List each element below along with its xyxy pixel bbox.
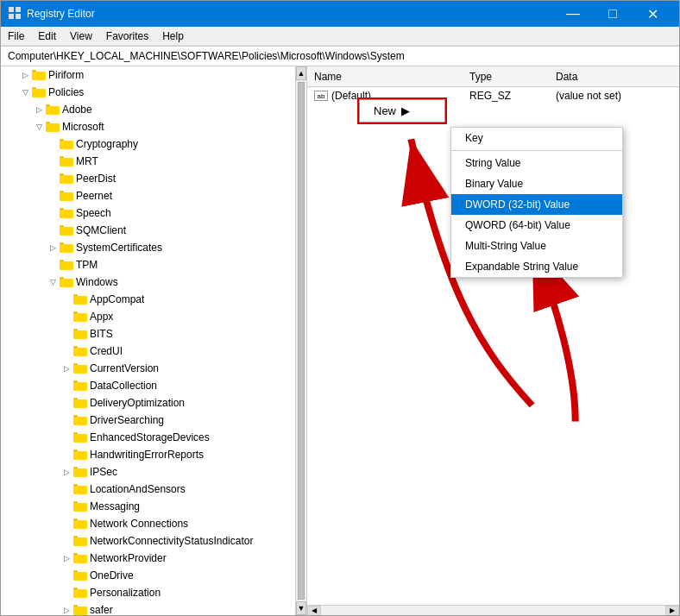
svg-rect-17 [60, 175, 73, 184]
menu-edit[interactable]: Edit [31, 27, 63, 45]
menu-file[interactable]: File [1, 27, 31, 45]
svg-rect-60 [73, 536, 78, 538]
tree-label: CurrentVersion [90, 362, 159, 374]
bottom-scrollbar[interactable]: ◀ ▶ [307, 605, 679, 615]
tree-scrollbar[interactable]: ▲ ▼ [295, 66, 306, 615]
tree-item-tpm[interactable]: TPM [1, 256, 295, 273]
tree-item-peernet[interactable]: Peernet [1, 187, 295, 204]
expander-microsoft[interactable]: ▽ [32, 120, 46, 134]
svg-rect-44 [73, 398, 78, 400]
tree-item-locationandsensors[interactable]: LocationAndSensors [1, 481, 295, 498]
tree-item-piriform[interactable]: ▷ Piriform [1, 66, 295, 84]
ctx-item-string-value[interactable]: String Value [451, 153, 622, 173]
svg-rect-41 [73, 382, 87, 391]
svg-rect-2 [9, 14, 14, 19]
tree-item-appcompat[interactable]: AppCompat [1, 291, 295, 308]
expander-piriform[interactable]: ▷ [18, 68, 32, 82]
minimize-button[interactable]: — [553, 1, 593, 27]
column-headers: Name Type Data [307, 66, 679, 87]
svg-rect-53 [73, 486, 87, 494]
tree-item-systemcertificates[interactable]: ▷ SystemCertificates [1, 239, 295, 256]
svg-rect-66 [73, 588, 78, 590]
new-button[interactable]: New ▶ [359, 99, 445, 123]
ctx-item-qword-value[interactable]: QWORD (64-bit) Value [451, 215, 622, 236]
expander-ipsec[interactable]: ▷ [60, 465, 73, 479]
tree-item-peerdist[interactable]: PeerDist [1, 170, 295, 187]
svg-rect-18 [60, 173, 64, 176]
expander-windows[interactable]: ▽ [46, 275, 60, 289]
col-header-name: Name [314, 71, 469, 83]
ctx-item-key[interactable]: Key [451, 128, 622, 148]
scroll-left-btn[interactable]: ◀ [307, 606, 321, 616]
tree-item-onedrive[interactable]: OneDrive [1, 567, 295, 584]
svg-rect-10 [46, 104, 50, 107]
svg-rect-22 [60, 208, 64, 211]
tree-item-enhancedstoragedevices[interactable]: EnhancedStorageDevices [1, 429, 295, 446]
tree-item-currentversion[interactable]: ▷ CurrentVersion [1, 360, 295, 377]
svg-rect-7 [32, 89, 46, 97]
expander-networkprovider[interactable]: ▷ [60, 551, 73, 565]
tree-item-windows[interactable]: ▽ Windows [1, 273, 295, 291]
svg-rect-51 [73, 468, 87, 477]
tree-item-credui[interactable]: CredUI [1, 343, 295, 360]
ctx-item-binary-value[interactable]: Binary Value [451, 173, 622, 194]
expander-none [60, 586, 73, 600]
folder-icon [73, 551, 87, 565]
scroll-track [321, 606, 665, 616]
scroll-up-arrow[interactable]: ▲ [296, 66, 306, 80]
scroll-right-btn[interactable]: ▶ [665, 606, 679, 616]
tree-item-adobe[interactable]: ▷ Adobe [1, 101, 295, 118]
tree-item-ipsec[interactable]: ▷ IPSec [1, 463, 295, 481]
tree-item-cryptography[interactable]: Cryptography [1, 135, 295, 153]
folder-icon [60, 275, 73, 289]
maximize-button[interactable]: □ [593, 1, 633, 27]
tree-item-microsoft[interactable]: ▽ Microsoft [1, 118, 295, 135]
tree-item-networkconnectivitystatusindicator[interactable]: NetworkConnectivityStatusIndicator [1, 532, 295, 550]
tree-item-datacollection[interactable]: DataCollection [1, 377, 295, 394]
tree-item-networkconnections[interactable]: Network Connections [1, 515, 295, 532]
svg-rect-62 [73, 553, 78, 556]
expander-none [60, 482, 73, 496]
tree-item-networkprovider[interactable]: ▷ NetworkProvider [1, 550, 295, 567]
tree-item-messaging[interactable]: Messaging [1, 498, 295, 515]
tree-item-speech[interactable]: Speech [1, 204, 295, 222]
tree-item-appx[interactable]: Appx [1, 308, 295, 325]
folder-icon [73, 361, 87, 375]
ctx-item-expandable-value[interactable]: Expandable String Value [451, 256, 622, 277]
menu-favorites[interactable]: Favorites [99, 27, 155, 45]
tree-item-sqmclient[interactable]: SQMClient [1, 222, 295, 239]
new-context-menu: Key String Value Binary Value DWORD (32-… [450, 127, 623, 278]
menu-view[interactable]: View [63, 27, 99, 45]
col-header-type: Type [469, 71, 556, 83]
folder-icon [73, 344, 87, 358]
expander-safer[interactable]: ▷ [60, 603, 73, 615]
svg-rect-21 [60, 210, 73, 218]
ctx-item-dword-value[interactable]: DWORD (32-bit) Value [451, 194, 622, 215]
tree-item-driversearching[interactable]: DriverSearching [1, 412, 295, 429]
expander-none [60, 344, 73, 358]
scroll-down-arrow[interactable]: ▼ [296, 601, 306, 615]
expander-currentversion[interactable]: ▷ [60, 361, 73, 375]
expander-policies[interactable]: ▽ [18, 85, 32, 99]
tree-label: NetworkProvider [90, 552, 167, 564]
ctx-item-multistring-value[interactable]: Multi-String Value [451, 236, 622, 256]
menu-help[interactable]: Help [155, 27, 191, 45]
folder-icon [60, 223, 73, 237]
tree-item-policies[interactable]: ▽ Policies [1, 84, 295, 101]
tree-label: HandwritingErrorReports [90, 449, 204, 461]
tree-item-personalization[interactable]: Personalization [1, 584, 295, 601]
expander-none [46, 137, 60, 151]
tree-item-bits[interactable]: BITS [1, 325, 295, 343]
expander-systemcertificates[interactable]: ▷ [46, 241, 60, 255]
tree-item-deliveryoptimization[interactable]: DeliveryOptimization [1, 394, 295, 412]
tree-item-handwritingerrorreports[interactable]: HandwritingErrorReports [1, 446, 295, 463]
tree-item-mrt[interactable]: MRT [1, 153, 295, 170]
expander-adobe[interactable]: ▷ [32, 103, 46, 116]
tree-label: IPSec [90, 466, 117, 478]
tree-panel[interactable]: ▷ Piriform ▽ Policies ▷ A [1, 66, 307, 615]
close-button[interactable]: ✕ [633, 1, 672, 27]
scroll-thumb[interactable] [298, 82, 305, 600]
tree-item-safer[interactable]: ▷ safer [1, 601, 295, 615]
tree-label: DataCollection [90, 380, 157, 392]
expander-none [60, 500, 73, 513]
